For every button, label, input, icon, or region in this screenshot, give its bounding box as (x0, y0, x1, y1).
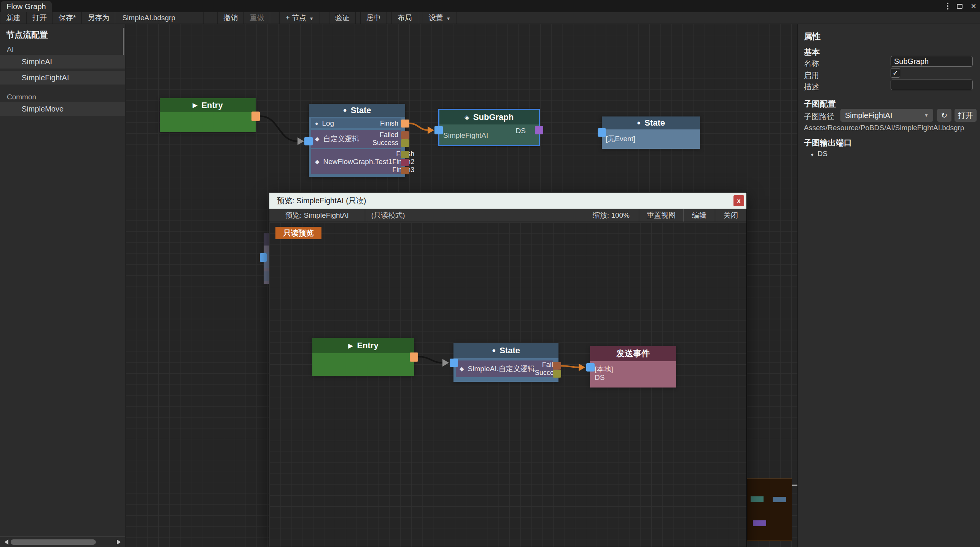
state-row-log-label: Log (322, 119, 334, 128)
basic-section-heading: 基本 (804, 47, 820, 57)
open-subgraph-button[interactable]: 打开 (955, 109, 977, 122)
add-node-dropdown[interactable]: + 节点▼ (279, 12, 320, 24)
state-port-failed[interactable] (401, 131, 409, 139)
wire-entry-to-state (418, 357, 443, 363)
preview-event-input-port[interactable] (586, 363, 595, 372)
subgraph-icon: ◈ (465, 113, 469, 121)
scroll-left-icon[interactable] (5, 539, 8, 545)
preview-state-node[interactable]: ● State ◆ SimpleAI.自定义逻辑 Failed Success (453, 343, 558, 382)
preview-title: 预览: SimpleFightAI (只读) (277, 196, 366, 205)
open-button[interactable]: 打开 (27, 12, 53, 24)
preview-event-header: 发送事件 (590, 346, 676, 361)
state-port-finish1[interactable] (401, 151, 409, 158)
center-button[interactable]: 居中 (360, 12, 387, 24)
preview-entry-node[interactable]: ▶ Entry (312, 338, 414, 376)
undo-button[interactable]: 撤销 (217, 12, 244, 24)
preview-edit-button[interactable]: 编辑 (684, 209, 715, 222)
inspector-title: 属性 (804, 31, 821, 42)
settings-label: 设置 (429, 14, 443, 22)
refresh-button[interactable]: ↻ (937, 109, 951, 122)
node-flow-sidebar: 节点流配置 AI SimpleAI SimpleFightAI Common S… (0, 24, 126, 547)
hidden-node-input-port[interactable] (260, 253, 267, 262)
tab-flow-graph[interactable]: Flow Graph (1, 1, 52, 12)
entry-node-header: ▶ Entry (160, 98, 256, 112)
scroll-right-icon[interactable] (117, 539, 121, 545)
subgraph-path-dropdown[interactable]: SimpleFightAI ▼ (840, 109, 933, 122)
preview-canvas[interactable]: 只读预览 ▶ Entry ● State ◆ SimpleAI.自定义逻辑 F (269, 222, 746, 547)
preview-close-text-button[interactable]: 关闭 (715, 209, 746, 222)
state-port-finish3[interactable] (401, 167, 409, 174)
state2-input-port[interactable] (598, 128, 606, 137)
sidebar-item-simplemove[interactable]: SimpleMove (0, 102, 125, 116)
state-port-finish2[interactable] (401, 159, 409, 166)
state2-body-text: [无Event] (606, 134, 635, 144)
chevron-down-icon: ▼ (309, 16, 314, 21)
state-icon: ● (343, 107, 347, 114)
enabled-checkbox[interactable]: ✓ (891, 68, 900, 78)
preview-event-node[interactable]: 发送事件 [本地] DS (590, 346, 676, 388)
sidebar-horizontal-scrollbar[interactable] (0, 536, 125, 547)
state-node-header: ● State (309, 104, 405, 117)
readonly-badge: 只读预览 (275, 227, 321, 239)
preview-state-input-port[interactable] (450, 359, 458, 367)
preview-entry-output-port[interactable] (410, 352, 418, 362)
preview-close-button[interactable]: x (733, 195, 744, 206)
port-label-finish: Finish (380, 120, 398, 127)
preview-entry-header: ▶ Entry (312, 338, 414, 353)
state-port-success[interactable] (401, 139, 409, 147)
state-port-finish[interactable] (401, 120, 409, 128)
scrollbar-thumb[interactable] (11, 539, 96, 545)
name-field[interactable] (891, 56, 973, 67)
sidebar-item-simpleai[interactable]: SimpleAI (0, 55, 125, 69)
window-tab-bar: Flow Graph × (0, 0, 980, 12)
output-port-ds: ●DS (811, 150, 827, 158)
save-button[interactable]: 保存* (53, 12, 82, 24)
window-close-icon[interactable]: × (971, 2, 976, 10)
preview-state-port-success[interactable] (553, 370, 561, 378)
state-node[interactable]: ● State ● Log Finish ◆ 自定义逻辑 Failed Succ… (309, 104, 405, 177)
preview-titlebar[interactable]: 预览: SimpleFightAI (只读) x (269, 193, 746, 209)
entry-output-port[interactable] (251, 112, 260, 121)
preview-state-port-failed[interactable] (553, 362, 561, 370)
preview-state-row[interactable]: ◆ SimpleAI.自定义逻辑 Failed Success (456, 360, 553, 377)
minimap[interactable] (747, 478, 792, 541)
entry-icon: ▶ (348, 342, 353, 350)
settings-dropdown[interactable]: 设置▼ (423, 12, 457, 24)
add-node-label: + 节点 (285, 14, 306, 22)
preview-event-line1: [本地] (595, 364, 613, 374)
window-maximize-icon[interactable] (957, 4, 963, 9)
preview-entry-title: Entry (357, 341, 378, 351)
sidebar-item-simplefightai[interactable]: SimpleFightAI (0, 71, 125, 85)
preview-reset-view-button[interactable]: 重置视图 (639, 209, 683, 222)
entry-node[interactable]: ▶ Entry (160, 98, 256, 132)
state-input-port[interactable] (304, 137, 313, 145)
subgraph-node[interactable]: ◈ SubGraph DS SimpleFightAI (439, 110, 539, 145)
save-as-button[interactable]: 另存为 (82, 12, 115, 24)
validate-button[interactable]: 验证 (329, 12, 356, 24)
new-button[interactable]: 新建 (0, 12, 27, 24)
state-row-test1[interactable]: ◆ NewFlowGraph.Test1 Finish Finish2 Fini… (311, 149, 401, 174)
subgraph-node-title: SubGraph (473, 112, 514, 122)
enabled-label: 启用 (804, 70, 819, 81)
minimap-node-teal (751, 496, 764, 502)
preview-event-title: 发送事件 (616, 348, 650, 359)
state2-node[interactable]: ● State [无Event] (602, 116, 700, 149)
preview-window[interactable]: 预览: SimpleFightAI (只读) x 预览: SimpleFight… (269, 192, 747, 547)
redo-button[interactable]: 重做 (244, 12, 270, 24)
description-field[interactable] (891, 80, 973, 90)
subgraph-ds-port[interactable] (535, 126, 543, 134)
window-menu-icon[interactable] (947, 2, 948, 11)
entry-node-title: Entry (201, 100, 223, 110)
port-bullet-icon: ● (811, 152, 814, 157)
minimap-node-purple (753, 520, 766, 526)
state-row-log[interactable]: ● Log Finish (311, 118, 401, 128)
subgraph-input-port[interactable] (434, 126, 443, 134)
subgraph-section-heading: 子图配置 (804, 99, 836, 109)
subgraph-subtitle: SimpleFightAI (443, 131, 488, 140)
preview-toolbar-title: 预览: SimpleFightAI (269, 209, 365, 222)
layout-button[interactable]: 布局 (391, 12, 418, 24)
sidebar-group-ai: AI (7, 45, 14, 54)
state-row-custom-logic[interactable]: ◆ 自定义逻辑 Failed Success (311, 130, 401, 148)
state-row-custom-logic-label: 自定义逻辑 (323, 134, 360, 144)
subgraph-node-header: ◈ SubGraph (439, 110, 539, 124)
